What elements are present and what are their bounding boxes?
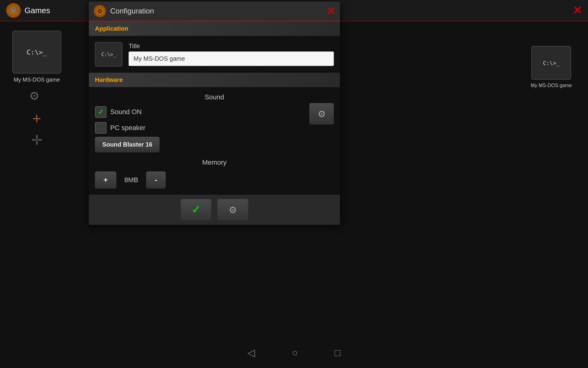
recent-button[interactable]: □: [335, 347, 341, 358]
sound-gear-icon: ⚙: [318, 109, 326, 119]
app-row: C:\>_ Title: [95, 42, 334, 67]
add-icon[interactable]: +: [32, 111, 41, 126]
bottom-nav: ◁ ○ □: [0, 337, 588, 368]
sound-checkboxes: ✓ Sound ON PC speaker: [95, 106, 334, 134]
application-section-header: Application: [89, 21, 340, 36]
gear-icon[interactable]: ⚙: [29, 89, 44, 105]
sound-blaster-button[interactable]: Sound Blaster 16: [95, 137, 160, 152]
sound-header: Sound: [95, 93, 334, 101]
hardware-section-header: Hardware: [89, 73, 340, 87]
config-dialog: ⚙ Configuration ✕ Application C:\>_ Titl…: [89, 2, 340, 225]
footer-settings-button[interactable]: ⚙: [217, 199, 248, 220]
app-icon: 🎮: [6, 3, 21, 18]
game-label: My MS-DOS game: [13, 77, 60, 83]
application-header-text: Application: [95, 25, 128, 32]
dialog-header: ⚙ Configuration ✕: [89, 2, 340, 21]
title-label: Title: [129, 43, 334, 50]
sidebar-right-game-icon: C:\>_: [531, 46, 571, 80]
sound-on-label: Sound ON: [110, 108, 142, 116]
home-button[interactable]: ○: [292, 347, 298, 358]
hardware-section: Sound ✓ Sound ON PC speaker Sound Blaste…: [89, 87, 340, 195]
title-group: Title: [129, 43, 334, 66]
memory-plus-button[interactable]: +: [95, 171, 116, 189]
application-section: C:\>_ Title: [89, 36, 340, 73]
dialog-header-icon: ⚙: [94, 5, 106, 17]
title-input[interactable]: [129, 52, 334, 66]
sound-left: ✓ Sound ON PC speaker Sound Blaster 16: [95, 106, 334, 152]
confirm-button[interactable]: ✓: [181, 199, 211, 220]
footer-gear-icon: ⚙: [229, 205, 237, 215]
dialog-close-button[interactable]: ✕: [326, 5, 335, 17]
dialog-footer: ✓ ⚙: [89, 195, 340, 225]
pc-speaker-label: PC speaker: [110, 124, 145, 132]
memory-value: 8MB: [119, 176, 143, 184]
memory-controls: + 8MB -: [95, 171, 334, 189]
sidebar-right-game-label: My MS-DOS game: [531, 83, 572, 88]
game-icon-container: My MS-DOS game: [12, 31, 61, 83]
memory-minus-button[interactable]: -: [146, 171, 166, 189]
memory-header: Memory: [95, 159, 334, 167]
sound-on-checkbox[interactable]: ✓: [95, 106, 107, 118]
pc-speaker-checkbox[interactable]: [95, 122, 107, 134]
sound-controls: ✓ Sound ON PC speaker Sound Blaster 16 ⚙: [95, 106, 334, 152]
app-title: Games: [24, 6, 50, 15]
hardware-header-text: Hardware: [95, 76, 123, 83]
top-close-button[interactable]: ✕: [573, 4, 582, 17]
sound-on-row: ✓ Sound ON: [95, 106, 334, 118]
sound-gear-button[interactable]: ⚙: [309, 103, 334, 125]
move-icon[interactable]: ✛: [31, 132, 43, 148]
dialog-title: Configuration: [110, 7, 154, 15]
pc-speaker-row: PC speaker: [95, 122, 334, 134]
confirm-check-icon: ✓: [191, 203, 201, 216]
sidebar-left: My MS-DOS game ⚙ + ✛: [0, 21, 74, 337]
game-icon-box: [12, 31, 61, 74]
back-button[interactable]: ◁: [247, 347, 255, 358]
app-icon-preview: C:\>_: [95, 42, 123, 67]
sidebar-right: C:\>_ My MS-DOS game: [514, 21, 588, 337]
check-icon: ✓: [98, 108, 104, 116]
